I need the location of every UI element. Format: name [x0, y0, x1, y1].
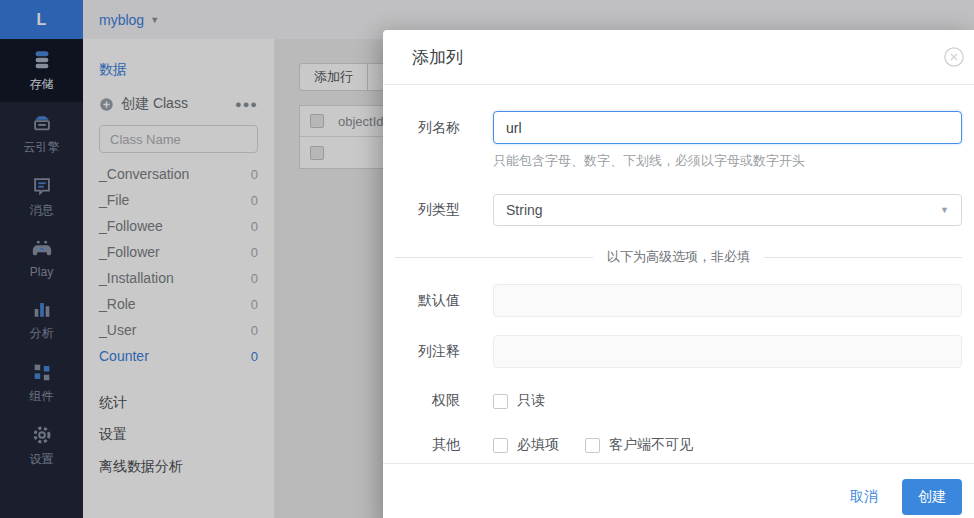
column-type-label: 列类型: [383, 201, 460, 219]
create-button[interactable]: 创建: [902, 479, 962, 515]
advanced-options-text: 以下为高级选项，非必填: [607, 248, 750, 266]
column-name-row: 列名称: [383, 111, 974, 144]
other-row: 其他 必填项 客户端不可见: [383, 436, 974, 454]
cancel-button[interactable]: 取消: [850, 488, 878, 506]
modal-body: 列名称 只能包含字母、数字、下划线，必须以字母或数字开头 列类型 String …: [383, 85, 974, 454]
default-value-label: 默认值: [383, 292, 460, 310]
close-icon[interactable]: [943, 46, 965, 68]
client-invisible-label: 客户端不可见: [609, 436, 693, 454]
client-invisible-checkbox[interactable]: [585, 438, 600, 453]
modal-title: 添加列: [412, 46, 463, 69]
column-name-hint: 只能包含字母、数字、下划线，必须以字母或数字开头: [493, 152, 962, 170]
column-type-row: 列类型 String ▼: [383, 194, 974, 226]
other-label: 其他: [383, 436, 460, 454]
required-checkbox[interactable]: [493, 438, 508, 453]
column-comment-label: 列注释: [383, 343, 460, 361]
column-type-select[interactable]: String ▼: [493, 194, 962, 226]
readonly-label: 只读: [517, 392, 545, 410]
default-value-input[interactable]: [493, 284, 962, 317]
advanced-options-divider: 以下为高级选项，非必填: [395, 248, 962, 266]
required-option[interactable]: 必填项: [493, 436, 559, 454]
modal-footer: 取消 创建: [383, 463, 974, 518]
modal-header: 添加列: [383, 30, 974, 85]
readonly-checkbox[interactable]: [493, 394, 508, 409]
add-column-modal: 添加列 列名称 只能包含字母、数字、下划线，必须以字母或数字开头 列类型 Str…: [383, 30, 974, 518]
column-comment-row: 列注释: [383, 335, 974, 368]
permission-label: 权限: [383, 392, 460, 410]
column-name-label: 列名称: [383, 119, 460, 137]
column-comment-input[interactable]: [493, 335, 962, 368]
permission-row: 权限 只读: [383, 392, 974, 410]
required-label: 必填项: [517, 436, 559, 454]
column-name-input[interactable]: [493, 111, 962, 144]
chevron-down-icon: ▼: [940, 205, 949, 215]
client-invisible-option[interactable]: 客户端不可见: [585, 436, 693, 454]
default-value-row: 默认值: [383, 284, 974, 317]
readonly-option[interactable]: 只读: [493, 392, 545, 410]
column-type-value: String: [506, 202, 543, 218]
